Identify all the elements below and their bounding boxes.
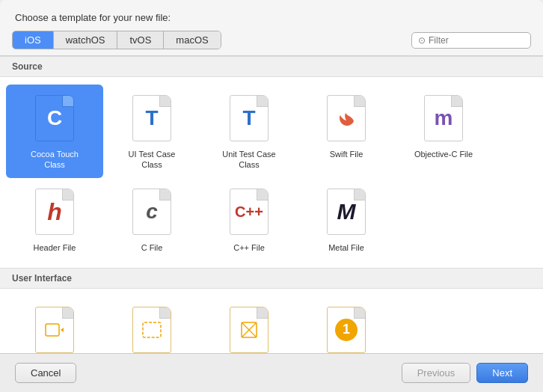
ui-test-case-label: UI Test CaseClass <box>129 149 176 171</box>
unit-test-case-icon: T <box>227 92 272 144</box>
unit-test-case-item[interactable]: T Unit Test CaseClass <box>200 85 298 178</box>
cancel-button[interactable]: Cancel <box>15 363 76 383</box>
empty-icon <box>227 304 272 354</box>
source-items-grid: C Cocoa TouchClass T UI Test CaseClass <box>0 77 543 268</box>
user-interface-items-grid: Storyboard View <box>0 289 543 354</box>
objc-file-item[interactable]: m Objective-C File <box>395 85 492 178</box>
dialog-title: Choose a template for your new file: <box>0 0 543 31</box>
c-file-item[interactable]: c C File <box>103 178 200 260</box>
c-file-label: C File <box>141 242 163 253</box>
filter-box[interactable]: ⊙ <box>411 32 531 49</box>
empty-svg <box>237 318 261 342</box>
cpp-glyph: C++ <box>235 204 263 219</box>
filter-icon: ⊙ <box>418 35 426 46</box>
tab-tvos[interactable]: tvOS <box>117 31 164 49</box>
footer: Cancel Previous Next <box>0 354 543 392</box>
view-icon <box>129 304 174 354</box>
tab-group: iOS watchOS tvOS macOS <box>12 31 221 49</box>
swift-file-item[interactable]: Swift File <box>298 85 395 178</box>
ui-test-case-item[interactable]: T UI Test CaseClass <box>103 85 200 178</box>
launch-screen-icon: 1 <box>324 304 369 354</box>
c-glyph: c <box>146 201 158 222</box>
cocoa-touch-class-item[interactable]: C Cocoa TouchClass <box>6 85 103 178</box>
empty-item[interactable]: Empty <box>200 296 298 354</box>
tab-watchos[interactable]: watchOS <box>54 31 118 49</box>
c-file-icon: c <box>129 186 174 238</box>
dialog: Choose a template for your new file: iOS… <box>0 0 543 392</box>
objc-glyph: m <box>435 108 453 129</box>
swift-file-icon <box>324 92 369 144</box>
unit-test-glyph: T <box>242 108 255 129</box>
previous-button[interactable]: Previous <box>402 363 471 383</box>
launch-screen-item[interactable]: 1 Launch Screen <box>298 296 395 354</box>
cpp-file-label: C++ File <box>233 242 265 253</box>
cocoa-touch-class-icon: C <box>32 92 77 144</box>
header-glyph: h <box>47 200 62 224</box>
svg-marker-1 <box>61 328 64 332</box>
storyboard-svg <box>43 318 67 342</box>
ui-test-case-icon: T <box>129 92 174 144</box>
storyboard-item[interactable]: Storyboard <box>6 296 103 354</box>
header-file-label: Header File <box>34 242 76 253</box>
cocoa-touch-class-label: Cocoa TouchClass <box>31 149 79 171</box>
objc-file-icon: m <box>421 92 466 144</box>
cpp-file-item[interactable]: C++ C++ File <box>200 178 298 260</box>
svg-rect-0 <box>46 324 59 336</box>
metal-file-label: Metal File <box>328 242 364 253</box>
svg-rect-2 <box>143 322 161 337</box>
objc-file-label: Objective-C File <box>414 149 473 159</box>
unit-test-case-label: Unit Test CaseClass <box>222 149 275 171</box>
ui-test-glyph: T <box>145 108 158 129</box>
view-svg <box>140 318 164 342</box>
user-interface-section-header: User Interface <box>0 268 543 289</box>
source-section-header: Source <box>0 56 543 77</box>
metal-file-icon: M <box>324 186 369 238</box>
nav-buttons: Previous Next <box>402 363 528 383</box>
filter-input[interactable] <box>429 35 524 46</box>
storyboard-icon <box>32 304 77 354</box>
swift-svg <box>333 105 360 132</box>
cocoa-glyph: C <box>47 108 62 129</box>
launch-circle: 1 <box>335 319 358 341</box>
next-button[interactable]: Next <box>476 363 528 383</box>
swift-file-label: Swift File <box>330 149 363 159</box>
view-item[interactable]: View <box>103 296 200 354</box>
header-file-item[interactable]: h Header File <box>6 178 103 260</box>
title-text: Choose a template for your new file: <box>15 12 171 23</box>
metal-glyph: M <box>337 199 356 224</box>
tabs-row: iOS watchOS tvOS macOS ⊙ <box>0 31 543 55</box>
cpp-file-icon: C++ <box>227 186 272 238</box>
metal-file-item[interactable]: M Metal File <box>298 178 395 260</box>
header-file-icon: h <box>32 186 77 238</box>
tab-macos[interactable]: macOS <box>164 31 220 49</box>
content-area: Source C Cocoa TouchClass T UI Test Ca <box>0 55 543 354</box>
tab-ios[interactable]: iOS <box>13 31 54 49</box>
